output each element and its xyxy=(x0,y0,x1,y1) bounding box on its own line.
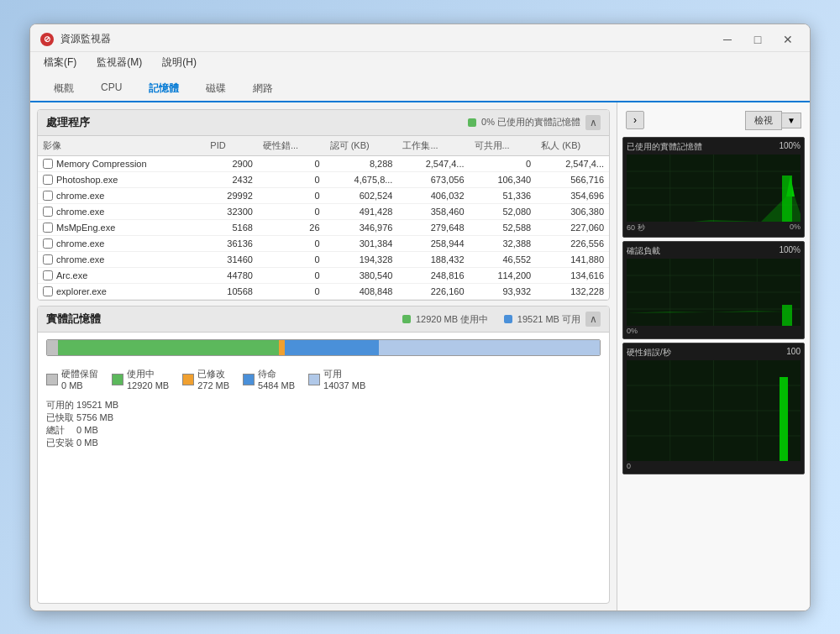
cell-shared-8: 93,932 xyxy=(470,284,537,300)
memory-collapse-button[interactable]: ∧ xyxy=(585,312,601,327)
cell-hardfault-4: 26 xyxy=(258,220,325,236)
main-window: ⊘ 資源監視器 ─ □ ✕ 檔案(F) 監視器(M) 說明(H) 概觀 CPU … xyxy=(29,24,811,611)
svg-marker-15 xyxy=(627,311,795,313)
col-header-working[interactable]: 工作集... xyxy=(397,136,469,156)
window-title: 資源監視器 xyxy=(60,32,111,46)
row-checkbox-0[interactable] xyxy=(43,159,53,169)
cell-commit-3: 491,428 xyxy=(325,204,398,220)
chart-hardfault: 硬性錯誤/秒 100 0 xyxy=(622,343,805,474)
legend-value-available: 14037 MB xyxy=(323,380,365,390)
cell-working-0: 2,547,4... xyxy=(397,155,469,172)
legend-color-in-use xyxy=(112,374,123,385)
legend-label-in-use: 使用中 xyxy=(127,368,169,380)
chart-commit-pct: 100% xyxy=(779,245,801,257)
col-header-shared[interactable]: 可共用... xyxy=(470,136,537,156)
table-row[interactable]: Memory Compression 2900 0 8,288 2,547,4.… xyxy=(38,155,609,172)
bar-hardware xyxy=(47,340,58,355)
stat-value-available: 19521 MB xyxy=(76,400,118,410)
row-checkbox-4[interactable] xyxy=(43,223,53,233)
col-header-private[interactable]: 私人 (KB) xyxy=(536,136,609,156)
cell-hardfault-3: 0 xyxy=(258,204,325,220)
cell-private-6: 141,880 xyxy=(536,252,609,268)
cell-pid-0: 2900 xyxy=(205,155,258,172)
process-table-scroll[interactable]: 影像 PID 硬性錯... 認可 (KB) 工作集... 可共用... 私人 (… xyxy=(38,136,609,301)
cell-hardfault-0: 0 xyxy=(258,155,325,172)
chart-physical-area xyxy=(627,155,801,222)
legend-value-modified: 272 MB xyxy=(197,380,229,390)
tab-disk[interactable]: 磁碟 xyxy=(192,76,239,102)
cell-shared-5: 32,388 xyxy=(470,236,537,252)
row-checkbox-3[interactable] xyxy=(43,207,53,217)
view-arrow-button[interactable]: ▼ xyxy=(782,113,801,128)
memory-bar-container xyxy=(38,333,609,363)
chart-hardfault-title: 硬性錯誤/秒 xyxy=(627,347,671,359)
table-row[interactable]: MsMpEng.exe 5168 26 346,976 279,648 52,5… xyxy=(38,220,609,236)
cell-commit-6: 194,328 xyxy=(325,252,398,268)
right-nav-button[interactable]: › xyxy=(626,111,644,129)
row-checkbox-2[interactable] xyxy=(43,191,53,201)
row-checkbox-7[interactable] xyxy=(43,270,53,280)
cell-commit-2: 602,524 xyxy=(325,188,398,204)
view-button[interactable]: 檢視 xyxy=(745,111,782,130)
table-row[interactable]: Arc.exe 44780 0 380,540 248,816 114,200 … xyxy=(38,268,609,284)
tab-overview[interactable]: 概觀 xyxy=(40,76,87,102)
stat-label-total: 總計 xyxy=(46,425,76,435)
cell-hardfault-5: 0 xyxy=(258,236,325,252)
stat-label-available: 可用的 xyxy=(46,400,76,410)
table-row[interactable]: chrome.exe 36136 0 301,384 258,944 32,38… xyxy=(38,236,609,252)
col-header-hardfault[interactable]: 硬性錯... xyxy=(258,136,325,156)
menu-help[interactable]: 說明(H) xyxy=(159,54,200,71)
cell-pid-6: 31460 xyxy=(205,252,258,268)
row-checkbox-5[interactable] xyxy=(43,238,53,249)
cell-name-3: chrome.exe xyxy=(38,204,205,220)
tab-memory[interactable]: 記憶體 xyxy=(135,76,192,102)
tab-cpu[interactable]: CPU xyxy=(87,76,135,102)
legend-value-hardware: 0 MB xyxy=(61,380,98,390)
process-section: 處理程序 0% 已使用的實體記憶體 ∧ 影像 PID 硬性錯... xyxy=(37,109,610,301)
table-row[interactable]: chrome.exe 29992 0 602,524 406,032 51,33… xyxy=(38,188,609,204)
legend-label-standby: 待命 xyxy=(258,368,295,380)
cell-working-4: 279,648 xyxy=(397,220,469,236)
table-row[interactable]: chrome.exe 31460 0 194,328 188,432 46,55… xyxy=(38,252,609,268)
memory-available-dot xyxy=(504,315,512,323)
minimize-button[interactable]: ─ xyxy=(716,31,739,48)
row-checkbox-8[interactable] xyxy=(43,286,53,296)
row-checkbox-6[interactable] xyxy=(43,254,53,265)
table-row[interactable]: explorer.exe 10568 0 408,848 226,160 93,… xyxy=(38,284,609,300)
col-header-commit[interactable]: 認可 (KB) xyxy=(325,136,398,156)
cell-working-2: 406,032 xyxy=(397,188,469,204)
col-header-image[interactable]: 影像 xyxy=(38,136,205,156)
cell-pid-1: 2432 xyxy=(205,172,258,188)
process-collapse-button[interactable]: ∧ xyxy=(585,115,601,130)
legend-color-standby xyxy=(243,374,255,385)
bar-in-use xyxy=(58,340,279,355)
menu-file[interactable]: 檔案(F) xyxy=(40,54,80,71)
cell-hardfault-7: 0 xyxy=(258,268,325,284)
chart-hardfault-pct: 100 xyxy=(786,347,801,359)
row-checkbox-1[interactable] xyxy=(43,175,53,185)
close-button[interactable]: ✕ xyxy=(776,31,800,48)
status-dot-green xyxy=(468,118,476,127)
cell-pid-2: 29992 xyxy=(205,188,258,204)
stat-label-cached: 已快取 xyxy=(46,412,76,422)
col-header-pid[interactable]: PID xyxy=(205,136,258,156)
cell-commit-1: 4,675,8... xyxy=(325,172,398,188)
cell-commit-5: 301,384 xyxy=(325,236,398,252)
menu-monitor[interactable]: 監視器(M) xyxy=(93,54,145,71)
memory-section: 實體記憶體 12920 MB 使用中 19521 MB 可用 ∧ xyxy=(37,306,610,604)
chart-commit-area xyxy=(627,259,801,326)
stat-value-installed: 0 MB xyxy=(76,438,98,448)
tab-network[interactable]: 網路 xyxy=(239,76,286,102)
table-row[interactable]: Photoshop.exe 2432 0 4,675,8... 673,056 … xyxy=(38,172,609,188)
cell-shared-7: 114,200 xyxy=(470,268,537,284)
cell-shared-0: 0 xyxy=(470,155,537,172)
cell-shared-3: 52,080 xyxy=(470,204,537,220)
chart-physical-bottom-right: 0% xyxy=(790,223,801,233)
cell-hardfault-2: 0 xyxy=(258,188,325,204)
legend-value-standby: 5484 MB xyxy=(258,380,295,390)
legend-hardware: 硬體保留 0 MB xyxy=(46,368,98,390)
table-row[interactable]: chrome.exe 32300 0 491,428 358,460 52,08… xyxy=(38,204,609,220)
chart-hardfault-bottom: 0 xyxy=(627,462,801,470)
memory-stats: 可用的 19521 MB 已快取 5756 MB 總計 0 MB 已安裝 0 M… xyxy=(38,396,609,458)
maximize-button[interactable]: □ xyxy=(746,31,769,48)
